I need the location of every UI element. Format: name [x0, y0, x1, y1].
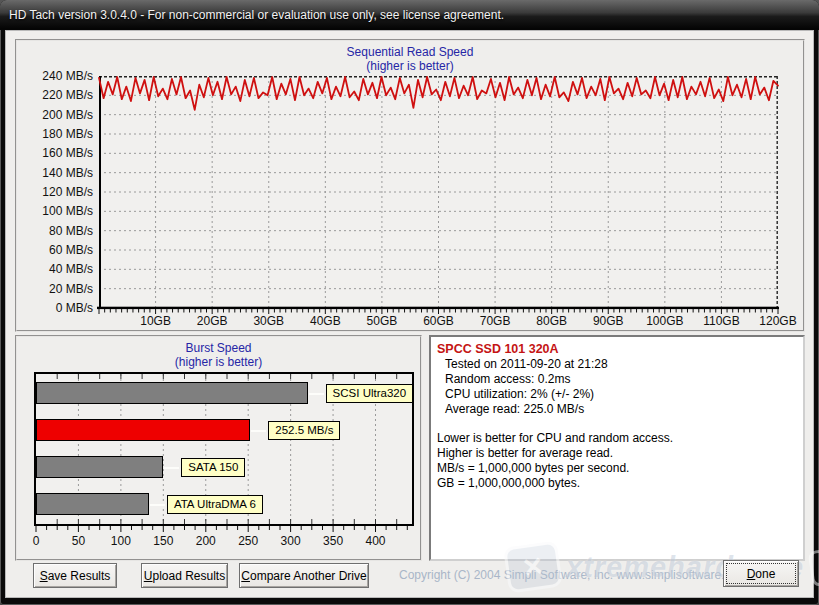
x-axis-tick-label: 110GB	[703, 314, 739, 328]
note-higher-better: Higher is better for average read.	[437, 446, 797, 461]
x-axis-tick-label: 120GB	[759, 314, 796, 328]
titlebar[interactable]: HD Tach version 3.0.4.0 - For non-commer…	[0, 0, 819, 30]
sequential-read-panel: Sequential Read Speed (higher is better)…	[15, 39, 805, 332]
y-axis-tick-label: 180 MB/s	[17, 127, 93, 141]
y-axis-tick-label: 140 MB/s	[17, 166, 93, 180]
sequential-chart-subtitle: (higher is better)	[17, 59, 803, 73]
sequential-line-chart	[99, 76, 778, 316]
y-axis-tick-label: 80 MB/s	[17, 224, 93, 238]
window-title: HD Tach version 3.0.4.0 - For non-commer…	[0, 8, 504, 22]
burst-bar	[36, 382, 308, 404]
burst-axis-tick-label: 150	[153, 534, 173, 548]
x-axis-tick-label: 70GB	[480, 314, 511, 328]
bar-label-leader	[164, 467, 179, 469]
x-axis-tick-label: 50GB	[367, 314, 398, 328]
y-axis-tick-label: 200 MB/s	[17, 108, 93, 122]
x-axis-tick-label: 20GB	[197, 314, 228, 328]
save-results-label: Save Results	[40, 569, 111, 583]
burst-axis-tick-label: 250	[238, 534, 258, 548]
compare-another-drive-button[interactable]: Compare Another Drive	[239, 563, 369, 588]
burst-axis-tick-label: 0	[33, 534, 40, 548]
note-gb-definition: GB = 1,000,000,000 bytes.	[437, 476, 797, 491]
done-button[interactable]: Done	[723, 560, 799, 587]
x-axis-tick-label: 90GB	[593, 314, 624, 328]
drive-info-panel: SPCC SSD 101 320A Tested on 2011-09-20 a…	[429, 335, 805, 561]
client-area: Sequential Read Speed (higher is better)…	[5, 30, 814, 598]
sequential-plot-area	[99, 76, 778, 308]
x-axis-tick-label: 100GB	[646, 314, 683, 328]
sequential-chart-title: Sequential Read Speed	[17, 45, 803, 59]
burst-x-axis-labels: 050100150200250300350400	[17, 534, 420, 550]
burst-speed-panel: Burst Speed (higher is better) SCSI Ultr…	[15, 335, 422, 561]
x-axis-tick-label: 80GB	[536, 314, 567, 328]
done-label: Done	[747, 567, 776, 581]
bar-label-leader	[309, 393, 324, 395]
info-cpu-utilization: CPU utilization: 2% (+/- 2%)	[437, 387, 797, 402]
burst-axis-tick-label: 400	[365, 534, 385, 548]
x-axis-tick-label: 40GB	[310, 314, 341, 328]
burst-axis-tick-label: 100	[111, 534, 131, 548]
burst-chart-title: Burst Speed	[17, 341, 420, 355]
copyright-text: Copyright (C) 2004 Simpli Software, Inc.…	[399, 568, 747, 582]
x-axis-tick-label: 60GB	[423, 314, 454, 328]
y-axis-tick-label: 0 MB/s	[17, 301, 93, 315]
burst-axis-tick-label: 200	[196, 534, 216, 548]
burst-bar	[36, 456, 163, 478]
y-axis-tick-label: 220 MB/s	[17, 88, 93, 102]
save-results-button[interactable]: Save Results	[33, 563, 117, 588]
burst-plot-area: SCSI Ultra320252.5 MB/sSATA 150ATA Ultra…	[34, 372, 414, 526]
burst-bar-label: SATA 150	[181, 458, 245, 477]
info-spacer	[437, 417, 797, 431]
y-axis-tick-label: 60 MB/s	[17, 243, 93, 257]
y-axis-tick-label: 240 MB/s	[17, 69, 93, 83]
y-axis-tick-label: 20 MB/s	[17, 282, 93, 296]
burst-chart-subtitle: (higher is better)	[17, 355, 420, 369]
window-frame: HD Tach version 3.0.4.0 - For non-commer…	[0, 0, 819, 605]
note-mbs-definition: MB/s = 1,000,000 bytes per second.	[437, 461, 797, 476]
burst-axis-tick-label: 50	[72, 534, 85, 548]
info-tested-on: Tested on 2011-09-20 at 21:28	[437, 357, 797, 372]
burst-bar-label: SCSI Ultra320	[326, 384, 414, 403]
y-axis-tick-label: 120 MB/s	[17, 185, 93, 199]
burst-bar	[36, 493, 149, 515]
info-average-read: Average read: 225.0 MB/s	[437, 402, 797, 417]
bar-label-leader	[150, 504, 165, 506]
bar-label-leader	[251, 430, 266, 432]
upload-results-label: Upload Results	[144, 569, 225, 583]
y-axis-tick-label: 100 MB/s	[17, 204, 93, 218]
burst-bar-label: 252.5 MB/s	[268, 421, 340, 440]
burst-axis-ticks	[34, 526, 414, 533]
compare-another-drive-label: Compare Another Drive	[241, 569, 366, 583]
y-axis-tick-label: 40 MB/s	[17, 262, 93, 276]
y-axis-tick-label: 160 MB/s	[17, 146, 93, 160]
burst-bar-label: ATA UltraDMA 6	[167, 495, 263, 514]
note-lower-better: Lower is better for CPU and random acces…	[437, 431, 797, 446]
drive-name: SPCC SSD 101 320A	[437, 341, 797, 357]
x-axis-tick-label: 10GB	[140, 314, 171, 328]
info-random-access: Random access: 0.2ms	[437, 372, 797, 387]
burst-axis-tick-label: 300	[281, 534, 301, 548]
burst-axis-tick-label: 350	[323, 534, 343, 548]
watermark-suffix: it	[808, 547, 819, 587]
x-axis-tick-label: 30GB	[253, 314, 284, 328]
upload-results-button[interactable]: Upload Results	[141, 563, 228, 588]
sequential-y-axis-labels: 240 MB/s220 MB/s200 MB/s180 MB/s160 MB/s…	[17, 41, 93, 330]
hd-tach-window: HD Tach version 3.0.4.0 - For non-commer…	[0, 0, 819, 605]
burst-bar	[36, 419, 250, 441]
